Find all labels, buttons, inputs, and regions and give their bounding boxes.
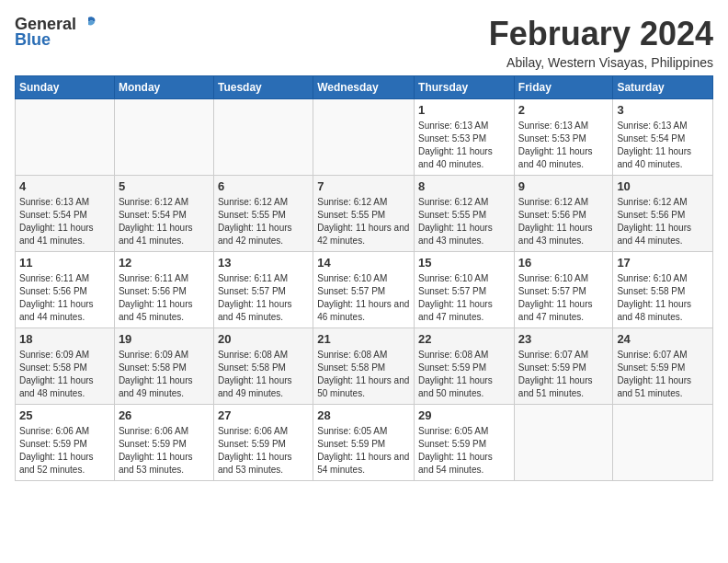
day-info: Sunrise: 6:12 AM Sunset: 5:55 PM Dayligh… [418,196,510,247]
day-number: 6 [218,179,309,193]
calendar-header: SundayMondayTuesdayWednesdayThursdayFrid… [16,76,713,99]
day-number: 5 [119,179,210,193]
calendar-cell: 14Sunrise: 6:10 AM Sunset: 5:57 PM Dayli… [313,252,415,328]
day-number: 28 [317,408,410,422]
day-info: Sunrise: 6:05 AM Sunset: 5:59 PM Dayligh… [418,425,510,477]
weekday-header-saturday: Saturday [613,76,713,99]
calendar-cell: 6Sunrise: 6:12 AM Sunset: 5:55 PM Daylig… [213,176,313,252]
calendar-table: SundayMondayTuesdayWednesdayThursdayFrid… [15,75,713,481]
calendar-cell [313,99,415,176]
day-info: Sunrise: 6:13 AM Sunset: 5:53 PM Dayligh… [518,120,609,171]
day-number: 8 [418,179,510,193]
day-number: 20 [218,332,309,346]
calendar-cell: 26Sunrise: 6:06 AM Sunset: 5:59 PM Dayli… [114,405,213,481]
day-info: Sunrise: 6:10 AM Sunset: 5:58 PM Dayligh… [617,272,709,324]
day-info: Sunrise: 6:09 AM Sunset: 5:58 PM Dayligh… [119,349,210,400]
day-info: Sunrise: 6:13 AM Sunset: 5:53 PM Dayligh… [418,120,510,171]
weekday-header-monday: Monday [114,76,213,99]
day-number: 2 [518,103,609,117]
calendar-cell: 29Sunrise: 6:05 AM Sunset: 5:59 PM Dayli… [415,405,515,481]
calendar-cell: 21Sunrise: 6:08 AM Sunset: 5:58 PM Dayli… [313,328,415,405]
calendar-cell [213,99,313,176]
day-info: Sunrise: 6:11 AM Sunset: 5:57 PM Dayligh… [218,272,309,324]
calendar-week-row: 4Sunrise: 6:13 AM Sunset: 5:54 PM Daylig… [16,176,713,252]
day-number: 27 [218,408,309,422]
day-number: 23 [518,332,609,346]
calendar-cell: 22Sunrise: 6:08 AM Sunset: 5:59 PM Dayli… [415,328,515,405]
day-info: Sunrise: 6:05 AM Sunset: 5:59 PM Dayligh… [317,425,410,477]
day-info: Sunrise: 6:08 AM Sunset: 5:58 PM Dayligh… [218,349,309,400]
day-number: 29 [418,408,510,422]
day-info: Sunrise: 6:12 AM Sunset: 5:55 PM Dayligh… [317,196,410,247]
weekday-header-friday: Friday [514,76,613,99]
day-info: Sunrise: 6:12 AM Sunset: 5:54 PM Dayligh… [119,196,210,247]
logo-bird-icon [78,14,98,34]
calendar-cell: 11Sunrise: 6:11 AM Sunset: 5:56 PM Dayli… [16,252,115,328]
day-info: Sunrise: 6:10 AM Sunset: 5:57 PM Dayligh… [317,272,410,324]
title-area: February 2024 Abilay, Western Visayas, P… [489,15,713,70]
logo-blue: Blue [15,30,51,50]
day-info: Sunrise: 6:08 AM Sunset: 5:58 PM Dayligh… [317,349,410,400]
calendar-cell: 1Sunrise: 6:13 AM Sunset: 5:53 PM Daylig… [415,99,515,176]
day-info: Sunrise: 6:06 AM Sunset: 5:59 PM Dayligh… [119,425,210,477]
calendar-cell: 9Sunrise: 6:12 AM Sunset: 5:56 PM Daylig… [514,176,613,252]
day-number: 3 [617,103,709,117]
calendar-cell: 20Sunrise: 6:08 AM Sunset: 5:58 PM Dayli… [213,328,313,405]
day-info: Sunrise: 6:11 AM Sunset: 5:56 PM Dayligh… [19,272,110,324]
weekday-header-thursday: Thursday [415,76,515,99]
calendar-cell: 19Sunrise: 6:09 AM Sunset: 5:58 PM Dayli… [114,328,213,405]
weekday-header-tuesday: Tuesday [213,76,313,99]
calendar-cell [514,405,613,481]
day-number: 19 [119,332,210,346]
day-number: 21 [317,332,410,346]
weekday-header-sunday: Sunday [16,76,115,99]
day-number: 14 [317,256,410,270]
calendar-cell: 8Sunrise: 6:12 AM Sunset: 5:55 PM Daylig… [415,176,515,252]
calendar-cell: 25Sunrise: 6:06 AM Sunset: 5:59 PM Dayli… [16,405,115,481]
day-info: Sunrise: 6:07 AM Sunset: 5:59 PM Dayligh… [617,349,709,400]
day-number: 24 [617,332,709,346]
day-info: Sunrise: 6:12 AM Sunset: 5:56 PM Dayligh… [617,196,709,247]
header: General Blue February 2024 Abilay, Weste… [15,15,713,70]
calendar-cell: 3Sunrise: 6:13 AM Sunset: 5:54 PM Daylig… [613,99,713,176]
day-info: Sunrise: 6:12 AM Sunset: 5:56 PM Dayligh… [518,196,609,247]
calendar-week-row: 11Sunrise: 6:11 AM Sunset: 5:56 PM Dayli… [16,252,713,328]
calendar-week-row: 1Sunrise: 6:13 AM Sunset: 5:53 PM Daylig… [16,99,713,176]
calendar-cell: 23Sunrise: 6:07 AM Sunset: 5:59 PM Dayli… [514,328,613,405]
calendar-cell: 2Sunrise: 6:13 AM Sunset: 5:53 PM Daylig… [514,99,613,176]
day-info: Sunrise: 6:09 AM Sunset: 5:58 PM Dayligh… [19,349,110,400]
day-number: 13 [218,256,309,270]
calendar-cell [16,99,115,176]
day-info: Sunrise: 6:10 AM Sunset: 5:57 PM Dayligh… [518,272,609,324]
calendar-cell [114,99,213,176]
calendar-cell: 5Sunrise: 6:12 AM Sunset: 5:54 PM Daylig… [114,176,213,252]
day-info: Sunrise: 6:10 AM Sunset: 5:57 PM Dayligh… [418,272,510,324]
calendar-cell: 27Sunrise: 6:06 AM Sunset: 5:59 PM Dayli… [213,405,313,481]
day-number: 22 [418,332,510,346]
calendar-cell: 18Sunrise: 6:09 AM Sunset: 5:58 PM Dayli… [16,328,115,405]
location-title: Abilay, Western Visayas, Philippines [489,55,713,70]
day-info: Sunrise: 6:08 AM Sunset: 5:59 PM Dayligh… [418,349,510,400]
calendar-cell: 7Sunrise: 6:12 AM Sunset: 5:55 PM Daylig… [313,176,415,252]
day-info: Sunrise: 6:07 AM Sunset: 5:59 PM Dayligh… [518,349,609,400]
day-number: 4 [19,179,110,193]
day-info: Sunrise: 6:06 AM Sunset: 5:59 PM Dayligh… [19,425,110,477]
day-number: 9 [518,179,609,193]
day-number: 18 [19,332,110,346]
day-number: 12 [119,256,210,270]
day-info: Sunrise: 6:06 AM Sunset: 5:59 PM Dayligh… [218,425,309,477]
calendar-cell: 16Sunrise: 6:10 AM Sunset: 5:57 PM Dayli… [514,252,613,328]
day-number: 7 [317,179,410,193]
day-info: Sunrise: 6:13 AM Sunset: 5:54 PM Dayligh… [617,120,709,171]
calendar-cell: 13Sunrise: 6:11 AM Sunset: 5:57 PM Dayli… [213,252,313,328]
day-number: 17 [617,256,709,270]
day-number: 10 [617,179,709,193]
day-number: 1 [418,103,510,117]
calendar-cell: 17Sunrise: 6:10 AM Sunset: 5:58 PM Dayli… [613,252,713,328]
month-title: February 2024 [489,15,713,53]
calendar-cell: 24Sunrise: 6:07 AM Sunset: 5:59 PM Dayli… [613,328,713,405]
calendar-body: 1Sunrise: 6:13 AM Sunset: 5:53 PM Daylig… [16,99,713,481]
day-number: 16 [518,256,609,270]
day-number: 25 [19,408,110,422]
calendar-week-row: 25Sunrise: 6:06 AM Sunset: 5:59 PM Dayli… [16,405,713,481]
